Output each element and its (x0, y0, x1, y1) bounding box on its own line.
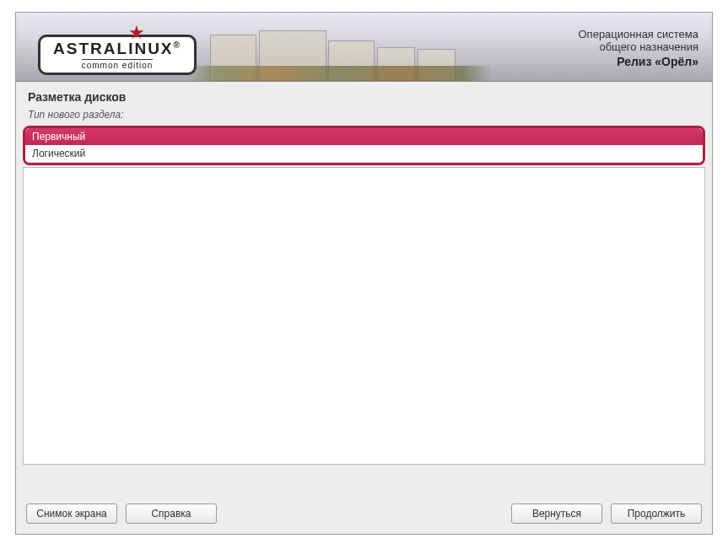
left-buttons: Снимок экрана Справка (26, 503, 217, 524)
option-primary[interactable]: Первичный (25, 128, 703, 145)
skyline-graphic (185, 13, 493, 81)
astralinux-logo: ★ ASTRALINUX® common edition (38, 35, 197, 75)
help-button[interactable]: Справка (126, 503, 217, 524)
page-title: Разметка дисков (16, 82, 712, 109)
button-bar: Снимок экрана Справка Вернуться Продолжи… (26, 503, 702, 524)
option-logical[interactable]: Логический (25, 145, 703, 163)
logo-edition: common edition (82, 59, 154, 70)
right-buttons: Вернуться Продолжить (511, 503, 702, 524)
continue-button[interactable]: Продолжить (611, 503, 702, 524)
header-purpose-label: общего назначения (579, 40, 699, 53)
back-button[interactable]: Вернуться (511, 503, 602, 524)
star-icon: ★ (128, 22, 145, 44)
header-text: Операционная система общего назначения Р… (579, 28, 699, 68)
header-os-label: Операционная система (579, 28, 699, 40)
partition-type-label: Тип нового раздела: (16, 109, 712, 126)
header-banner: ★ ASTRALINUX® common edition Операционна… (16, 13, 712, 82)
logo-brand: ASTRALINUX® (53, 40, 181, 58)
screenshot-button[interactable]: Снимок экрана (26, 503, 117, 524)
header-release-label: Релиз «Орёл» (579, 55, 699, 68)
installer-window: ★ ASTRALINUX® common edition Операционна… (15, 12, 713, 535)
partition-type-list[interactable]: Первичный Логический (25, 128, 703, 163)
partition-type-list-highlight: Первичный Логический (23, 126, 705, 165)
empty-panel (23, 167, 705, 465)
